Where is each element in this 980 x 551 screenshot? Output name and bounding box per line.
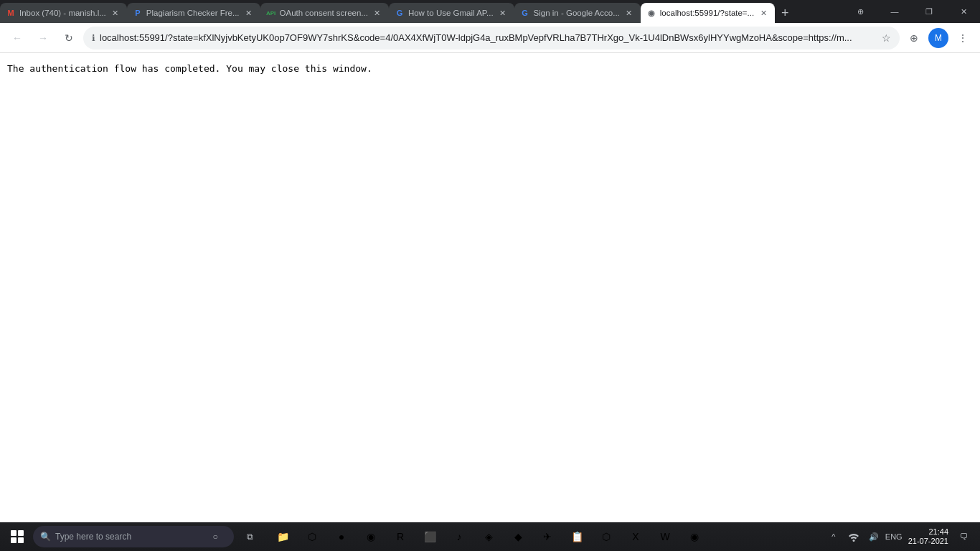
taskbar-app-list: 📁⬡●◉R⬛♪◈◆✈📋⬡XW◉ [268, 524, 824, 550]
tab-plagiarism-label: Plagiarism Checker Fre... [146, 9, 240, 17]
taskbar-app-icon-r-studio: R [393, 529, 407, 544]
taskbar-app-icon-music: ♪ [452, 529, 466, 544]
tab-oauth[interactable]: APIOAuth consent screen...✕ [260, 3, 389, 23]
tab-plagiarism[interactable]: PPlagiarism Checker Fre...✕ [127, 3, 260, 23]
taskbar-app-icon-chrome-taskbar: ◉ [687, 529, 702, 544]
tab-strip: MInbox (740) - manish.l...✕PPlagiarism C… [0, 0, 844, 23]
taskbar-search-icon: 🔍 [40, 532, 51, 542]
tab-gmail-label: Inbox (740) - manish.l... [19, 9, 106, 17]
tab-signin-favicon: G [520, 8, 530, 18]
taskbar-app-icon-word: W [658, 529, 672, 544]
chrome-controls: ⊕ — ❐ ✕ [844, 0, 980, 23]
taskbar-app-icon-edge: ⬡ [305, 529, 319, 544]
taskbar-app-icon-clipboard: 📋 [570, 529, 584, 544]
taskbar-app-music[interactable]: ♪ [445, 524, 473, 550]
tab-oauth-favicon: API [266, 8, 276, 18]
task-view-button[interactable]: ⧉ [235, 524, 264, 550]
tray-language[interactable]: ENG [885, 528, 903, 545]
taskbar-app-vscode[interactable]: ◈ [474, 524, 503, 550]
tab-howto-close-btn[interactable]: ✕ [497, 7, 509, 19]
taskbar-search-input[interactable] [55, 532, 199, 542]
tab-plagiarism-close-btn[interactable]: ✕ [243, 7, 255, 19]
tab-gmail-close-btn[interactable]: ✕ [110, 7, 121, 19]
taskbar-app-file-explorer[interactable]: 📁 [268, 524, 297, 550]
clock-date: 21-07-2021 [908, 537, 948, 546]
tray-network-icon[interactable] [845, 528, 862, 545]
new-tab-button[interactable]: + [775, 3, 795, 23]
maximize-btn[interactable]: ❐ [913, 0, 946, 23]
taskbar-app-icon-edge2: ⬡ [599, 529, 613, 544]
tab-localhost-close-btn[interactable]: ✕ [758, 7, 769, 19]
taskbar-app-icon-file-explorer: 📁 [275, 529, 290, 544]
taskbar-app-excel[interactable]: X [621, 524, 650, 550]
svg-point-0 [852, 540, 854, 542]
clock[interactable]: 21:44 21-07-2021 [905, 527, 951, 546]
taskbar-app-edge[interactable]: ⬡ [298, 524, 326, 550]
tray-volume-icon[interactable]: 🔊 [865, 528, 882, 545]
tab-howto[interactable]: GHow to Use Gmail AP...✕ [389, 3, 514, 23]
taskbar-app-icon-whatsapp: ● [334, 529, 349, 544]
profile-button[interactable]: M [928, 28, 948, 48]
close-btn[interactable]: ✕ [947, 0, 980, 23]
taskbar-app-icon-excel: X [628, 529, 643, 544]
taskbar-app-icon-telegram: ✈ [540, 529, 555, 544]
taskbar: 🔍 ○ ⧉ 📁⬡●◉R⬛♪◈◆✈📋⬡XW◉ ^ 🔊 ENG 21:44 21-0… [0, 522, 980, 551]
taskbar-app-telegram[interactable]: ✈ [533, 524, 562, 550]
start-button[interactable] [3, 524, 32, 550]
tab-gmail[interactable]: MInbox (740) - manish.l...✕ [0, 3, 127, 23]
forward-button[interactable]: → [32, 27, 55, 50]
extension-icon[interactable]: ⊕ [903, 27, 925, 50]
url-bar[interactable]: ℹ localhost:55991/?state=kfXlNyjvbKetyUK… [83, 27, 900, 50]
tab-howto-favicon: G [395, 8, 405, 18]
security-icon: ℹ [92, 33, 95, 43]
bookmark-star-icon[interactable]: ☆ [882, 32, 891, 44]
tab-oauth-close-btn[interactable]: ✕ [372, 7, 383, 19]
address-bar: ← → ↻ ℹ localhost:55991/?state=kfXlNyjvb… [0, 23, 980, 53]
taskbar-app-icon-camtasia: ◉ [364, 529, 378, 544]
tab-signin[interactable]: GSign in - Google Acco...✕ [514, 3, 641, 23]
tab-localhost-favicon: ◉ [646, 8, 656, 18]
tab-gmail-favicon: M [6, 8, 16, 18]
tab-howto-label: How to Use Gmail AP... [408, 9, 494, 17]
taskbar-app-clipboard[interactable]: 📋 [562, 524, 591, 550]
tray-show-hidden[interactable]: ^ [825, 528, 842, 545]
cortana-icon[interactable]: ○ [204, 525, 227, 548]
tab-oauth-label: OAuth consent screen... [280, 9, 368, 17]
system-tray: ^ 🔊 ENG 21:44 21-07-2021 🗨 [825, 524, 977, 550]
tab-signin-label: Sign in - Google Acco... [534, 9, 620, 17]
taskbar-app-edge2[interactable]: ⬡ [592, 524, 621, 550]
refresh-button[interactable]: ↻ [57, 27, 80, 50]
tab-plagiarism-favicon: P [133, 8, 143, 18]
clock-time: 21:44 [928, 527, 948, 537]
taskbar-app-pycharm[interactable]: ◆ [504, 524, 532, 550]
tab-localhost-label: localhost:55991/?state=... [660, 9, 754, 17]
taskbar-app-terminal[interactable]: ⬛ [415, 524, 444, 550]
taskbar-app-icon-terminal: ⬛ [423, 529, 437, 544]
windows-logo-icon [11, 530, 24, 543]
chrome-extension-btn[interactable]: ⊕ [844, 0, 877, 23]
taskbar-app-camtasia[interactable]: ◉ [357, 524, 385, 550]
page-content: The authentication flow has completed. Y… [0, 53, 980, 522]
taskbar-app-icon-pycharm: ◆ [511, 529, 525, 544]
taskbar-app-chrome-taskbar[interactable]: ◉ [680, 524, 709, 550]
minimize-btn[interactable]: — [878, 0, 911, 23]
url-text: localhost:55991/?state=kfXlNyjvbKetyUK0o… [100, 32, 877, 43]
taskbar-app-word[interactable]: W [651, 524, 679, 550]
taskbar-app-r-studio[interactable]: R [386, 524, 415, 550]
chrome-menu-button[interactable]: ⋮ [951, 27, 974, 50]
taskbar-app-whatsapp[interactable]: ● [327, 524, 356, 550]
back-button[interactable]: ← [6, 27, 29, 50]
tab-localhost[interactable]: ◉localhost:55991/?state=...✕ [641, 3, 775, 23]
taskbar-search[interactable]: 🔍 ○ [33, 526, 234, 547]
auth-message: The authentication flow has completed. Y… [7, 62, 973, 76]
taskbar-app-icon-vscode: ◈ [481, 529, 496, 544]
notification-button[interactable]: 🗨 [954, 524, 974, 550]
title-bar: MInbox (740) - manish.l...✕PPlagiarism C… [0, 0, 980, 23]
tab-signin-close-btn[interactable]: ✕ [623, 7, 635, 19]
